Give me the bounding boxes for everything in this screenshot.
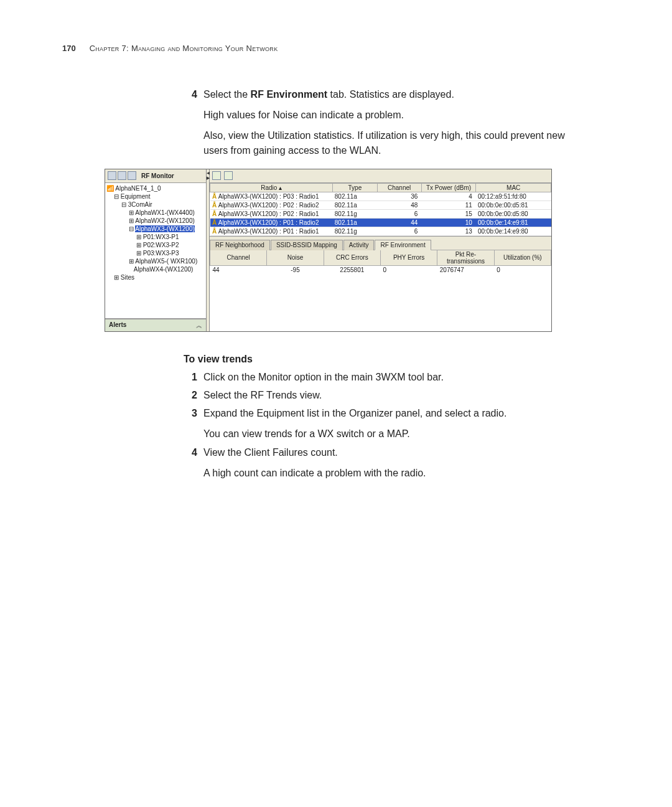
table-row[interactable]: 44 -95 2255801 0 2076747 0 [210,265,551,274]
tree-item[interactable]: ⊞ AlphaWX1-(WX4400) [129,209,205,217]
col-channel[interactable]: Channel [377,183,421,192]
antenna-icon: Å [212,228,217,235]
rf-environment-table[interactable]: Channel Noise CRC Errors PHY Errors Pkt … [210,250,551,331]
page-header: 170 Chapter 7: Managing and Monitoring Y… [62,44,610,53]
antenna-icon: Å [212,219,217,226]
tree-item[interactable]: ⊞ Sites [114,273,205,281]
chapter-heading: Chapter 7: Managing and Monitoring Your … [90,44,278,53]
table-row[interactable]: Å AlphaWX3-(WX1200) : P02 : Radio1802.11… [210,209,551,218]
tree-item[interactable]: ⊞ P01:WX3-P1 [136,233,205,241]
tab-rf-environment[interactable]: RF Environment [375,240,431,250]
radio-table[interactable]: Radio ▴ Type Channel Tx Power (dBm) MAC … [210,183,551,237]
toolbar-icon[interactable] [108,171,116,180]
trend-step: 4View the Client Failures count.A high c… [184,445,569,480]
toolbar-icon[interactable] [212,171,221,180]
equipment-tree[interactable]: 📶 AlphaNET4_1_0 ⊟ Equipment ⊟ 3ComAir ⊞ … [105,183,206,319]
trends-heading: To view trends [184,354,569,365]
panel-title: RF Monitor [141,172,174,179]
tree-item[interactable]: AlphaWX4-(WX1200) [129,265,205,273]
tree-item[interactable]: ⊞ AlphaWX2-(WX1200) [129,217,205,225]
trend-step: 2Select the RF Trends view. [184,388,569,402]
left-toolbar: RF Monitor [105,169,206,183]
tree-item[interactable]: ⊞ P03:WX3-P3 [136,249,205,257]
tab-ssid-bssid-mapping[interactable]: SSID-BSSID Mapping [271,240,343,250]
right-toolbar [210,169,551,183]
tree-item[interactable]: ⊟ Equipment ⊟ 3ComAir ⊞ AlphaWX1-(WX4400… [114,192,205,273]
tab-activity[interactable]: Activity [343,240,375,250]
step-4: 4 Select the RF Environment tab. Statist… [184,87,569,158]
antenna-icon: Å [212,193,217,200]
col-type[interactable]: Type [333,183,377,192]
alerts-panel[interactable]: Alerts ︽ [105,319,206,331]
page-number: 170 [62,44,76,53]
toolbar-icon[interactable] [128,171,136,180]
table-row[interactable]: Å AlphaWX3-(WX1200) : P03 : Radio1802.11… [210,192,551,201]
tree-item[interactable]: ⊟ 3ComAir ⊞ AlphaWX1-(WX4400) ⊞ AlphaWX2… [121,201,205,273]
toolbar-icon[interactable] [118,171,126,180]
table-row[interactable]: Å AlphaWX3-(WX1200) : P01 : Radio2802.11… [210,218,551,227]
tree-item[interactable]: ⊞ AlphaWX5-( WXR100) [129,257,205,265]
antenna-icon: Å [212,202,217,209]
col-radio[interactable]: Radio ▴ [210,183,333,192]
step-number: 4 [184,87,197,158]
tree-item[interactable]: ⊞ P02:WX3-P2 [136,241,205,249]
tab-bar: RF NeighborhoodSSID-BSSID MappingActivit… [210,237,551,250]
tree-root[interactable]: 📶 AlphaNET4_1_0 ⊟ Equipment ⊟ 3ComAir ⊞ … [106,184,205,281]
tree-item[interactable]: ⊟ AlphaWX3-(WX1200) ⊞ P01:WX3-P1 ⊞ P02:W… [129,225,205,257]
trend-step: 3Expand the Equipment list in the Organi… [184,406,569,441]
trend-step: 1Click on the Monitor option in the main… [184,370,569,384]
refresh-icon[interactable] [224,171,233,180]
table-row[interactable]: Å AlphaWX3-(WX1200) : P01 : Radio1802.11… [210,227,551,235]
table-row[interactable]: Å AlphaWX3-(WX1200) : P02 : Radio2802.11… [210,201,551,209]
tab-rf-neighborhood[interactable]: RF Neighborhood [210,240,270,250]
col-tx[interactable]: Tx Power (dBm) [421,183,476,192]
app-window: RF Monitor 📶 AlphaNET4_1_0 ⊟ Equipment ⊟… [105,169,552,332]
antenna-icon: Å [212,210,217,217]
collapse-icon[interactable]: ︽ [196,321,202,329]
col-mac[interactable]: MAC [476,183,551,192]
